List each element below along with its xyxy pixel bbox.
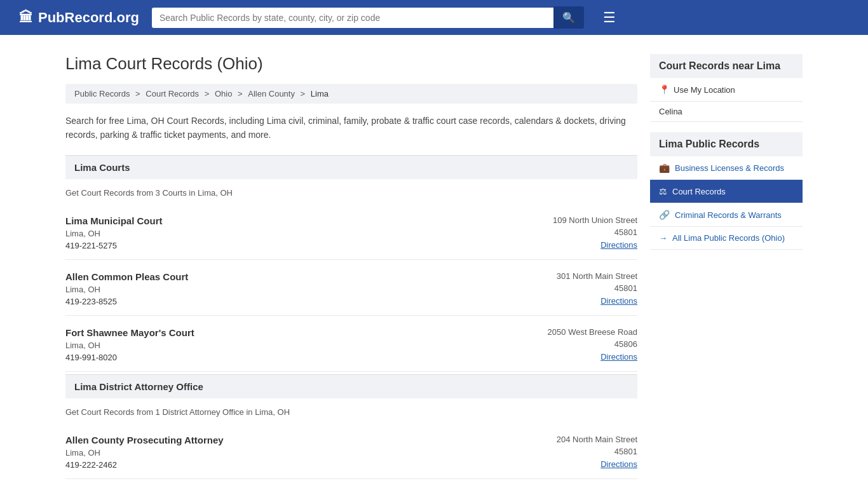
court-address-2: 2050 West Breese Road 45806 Directions [548, 327, 637, 362]
search-button[interactable]: 🔍 [553, 6, 584, 29]
all-public-records-link[interactable]: → All Lima Public Records (Ohio) [650, 227, 803, 250]
breadcrumb: Public Records > Court Records > Ohio > … [65, 84, 637, 104]
nearby-city[interactable]: Celina [650, 102, 803, 122]
sidebar-link-icon-0: 💼 [659, 163, 670, 173]
da-zip-0: 45801 [557, 447, 637, 456]
directions-link-2[interactable]: Directions [600, 352, 637, 362]
sidebar-link-icon-1: ⚖ [659, 186, 667, 196]
sidebar-link-1[interactable]: ⚖ Court Records [650, 180, 803, 203]
da-directions-link-0[interactable]: Directions [600, 459, 637, 469]
court-city-2: Lima, OH [65, 341, 548, 350]
court-info-0: Lima Municipal Court Lima, OH 419-221-52… [65, 215, 553, 250]
sidebar-public-records-title: Lima Public Records [650, 132, 803, 156]
court-name-0: Lima Municipal Court [65, 215, 553, 226]
location-icon: 📍 [659, 85, 670, 95]
court-info-1: Allen Common Pleas Court Lima, OH 419-22… [65, 271, 557, 306]
court-city-0: Lima, OH [65, 229, 553, 238]
breadcrumb-sep-2: > [205, 89, 212, 98]
logo-text: PubRecord.org [38, 10, 139, 26]
all-link-label: All Lima Public Records (Ohio) [672, 233, 785, 243]
sidebar-link-icon-2: 🔗 [659, 210, 670, 220]
court-street-2: 2050 West Breese Road [548, 327, 637, 337]
court-name-2: Fort Shawnee Mayor's Court [65, 327, 548, 338]
sidebar-link-label-0: Business Licenses & Records [675, 163, 784, 173]
breadcrumb-ohio[interactable]: Ohio [215, 89, 232, 98]
sidebar-link-label-1: Court Records [672, 187, 726, 196]
header: 🏛 PubRecord.org 🔍 ☰ [0, 0, 868, 35]
breadcrumb-sep-3: > [238, 89, 245, 98]
content: Lima Court Records (Ohio) Public Records… [65, 54, 637, 482]
court-name-1: Allen Common Pleas Court [65, 271, 557, 282]
da-phone-0: 419-222-2462 [65, 460, 557, 470]
sidebar-link-0[interactable]: 💼 Business Licenses & Records [650, 156, 803, 180]
sidebar: Court Records near Lima 📍 Use My Locatio… [650, 54, 803, 482]
court-street-0: 109 North Union Street [553, 215, 637, 225]
court-entry: Lima Municipal Court Lima, OH 419-221-52… [65, 207, 637, 260]
lima-da-subtext: Get Court Records from 1 District Attorn… [65, 407, 637, 417]
lima-da-header: Lima District Attorney Office [65, 374, 637, 398]
da-entry-0: Allen County Prosecuting Attorney Lima, … [65, 426, 637, 479]
search-bar: 🔍 [152, 6, 584, 29]
sidebar-link-label-2: Criminal Records & Warrants [675, 210, 782, 220]
breadcrumb-court-records[interactable]: Court Records [146, 89, 199, 98]
main-container: Lima Court Records (Ohio) Public Records… [53, 35, 815, 488]
court-phone-2: 419-991-8020 [65, 353, 548, 362]
court-street-1: 301 North Main Street [557, 271, 637, 281]
hamburger-icon: ☰ [603, 10, 616, 25]
da-city-0: Lima, OH [65, 448, 557, 458]
sidebar-near-title: Court Records near Lima [650, 54, 803, 78]
court-address-1: 301 North Main Street 45801 Directions [557, 271, 637, 306]
use-my-location-label: Use My Location [674, 85, 735, 95]
search-icon: 🔍 [562, 12, 575, 23]
court-zip-2: 45806 [548, 339, 637, 349]
court-entry: Fort Shawnee Mayor's Court Lima, OH 419-… [65, 318, 637, 372]
directions-link-1[interactable]: Directions [600, 296, 637, 306]
breadcrumb-allen-county[interactable]: Allen County [248, 89, 295, 98]
menu-button[interactable]: ☰ [603, 10, 616, 26]
court-info-2: Fort Shawnee Mayor's Court Lima, OH 419-… [65, 327, 548, 362]
all-link-icon: → [659, 233, 667, 243]
da-address-0: 204 North Main Street 45801 Directions [557, 435, 637, 470]
da-name-0: Allen County Prosecuting Attorney [65, 435, 557, 445]
logo-area[interactable]: 🏛 PubRecord.org [19, 10, 139, 26]
da-street-0: 204 North Main Street [557, 435, 637, 444]
court-phone-0: 419-221-5275 [65, 241, 553, 250]
da-info-0: Allen County Prosecuting Attorney Lima, … [65, 435, 557, 470]
court-zip-0: 45801 [553, 227, 637, 237]
breadcrumb-public-records[interactable]: Public Records [74, 89, 130, 98]
court-zip-1: 45801 [557, 283, 637, 293]
use-my-location[interactable]: 📍 Use My Location [650, 78, 803, 102]
directions-link-0[interactable]: Directions [600, 240, 637, 250]
court-address-0: 109 North Union Street 45801 Directions [553, 215, 637, 250]
breadcrumb-sep-4: > [301, 89, 308, 98]
sidebar-links: 💼 Business Licenses & Records ⚖ Court Re… [650, 156, 803, 227]
lima-courts-header: Lima Courts [65, 155, 637, 179]
breadcrumb-sep-1: > [135, 89, 142, 98]
court-entry: Allen Common Pleas Court Lima, OH 419-22… [65, 262, 637, 316]
court-city-1: Lima, OH [65, 285, 557, 294]
lima-courts-subtext: Get Court Records from 3 Courts in Lima,… [65, 188, 637, 198]
court-phone-1: 419-223-8525 [65, 297, 557, 306]
breadcrumb-lima: Lima [311, 89, 329, 98]
sidebar-link-2[interactable]: 🔗 Criminal Records & Warrants [650, 203, 803, 227]
da-list: Allen County Prosecuting Attorney Lima, … [65, 426, 637, 479]
description: Search for free Lima, OH Court Records, … [65, 114, 637, 142]
logo-icon: 🏛 [19, 10, 33, 26]
page-title: Lima Court Records (Ohio) [65, 54, 637, 74]
search-input[interactable] [152, 8, 553, 28]
court-list: Lima Municipal Court Lima, OH 419-221-52… [65, 207, 637, 372]
